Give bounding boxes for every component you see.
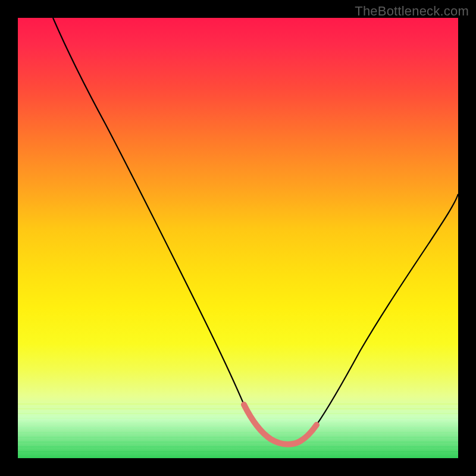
- chart-svg: [18, 18, 458, 458]
- bottleneck-curve: [53, 18, 458, 444]
- chart-frame: TheBottleneck.com: [0, 0, 476, 476]
- watermark-text: TheBottleneck.com: [355, 4, 469, 19]
- plot-area: [18, 18, 458, 458]
- valley-marker: [244, 405, 317, 444]
